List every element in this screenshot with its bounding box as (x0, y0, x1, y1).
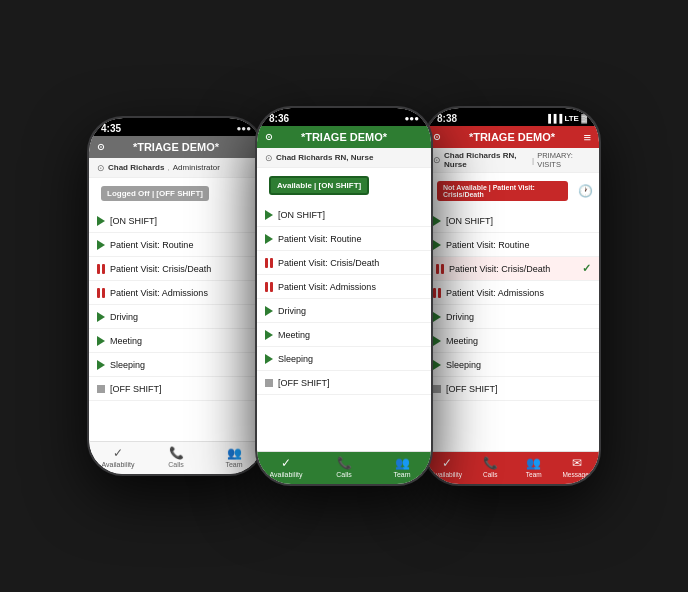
list-item[interactable]: Driving (257, 299, 431, 323)
check-icon: ✓ (281, 456, 291, 470)
list-item[interactable]: Sleeping (89, 353, 263, 377)
play-icon (97, 360, 105, 370)
play-icon (265, 330, 273, 340)
list-item-highlighted[interactable]: Patient Visit: Crisis/Death ✓ (425, 257, 599, 281)
play-icon (97, 336, 105, 346)
phone-icon: 📞 (483, 456, 498, 470)
list-item[interactable]: Patient Visit: Admissions (425, 281, 599, 305)
nav-calls-left[interactable]: 📞 Calls (147, 446, 205, 468)
status-badge-row-left: Logged Off | [OFF SHIFT] (89, 178, 263, 209)
check-icon: ✓ (113, 446, 123, 460)
play-icon (265, 306, 273, 316)
pause-icon (433, 288, 441, 298)
play-icon (433, 312, 441, 322)
off-shift-icon (97, 385, 105, 393)
app-header-left: ⊙ *TRIAGE DEMO* (89, 136, 263, 158)
play-icon (97, 240, 105, 250)
play-icon (433, 216, 441, 226)
phone-middle: 8:36 ●●● ⊙ *TRIAGE DEMO* ⊙ Chad Richards… (255, 106, 433, 486)
nav-messages-right[interactable]: ✉ Messages (556, 456, 600, 478)
list-item[interactable]: Sleeping (257, 347, 431, 371)
play-icon (433, 360, 441, 370)
status-bar-right: 8:38 ▐▐▐ LTE ▓ (425, 108, 599, 126)
user-icon-right: ⊙ (433, 155, 441, 165)
off-shift-icon (433, 385, 441, 393)
off-shift-icon (265, 379, 273, 387)
nav-availability-left[interactable]: ✓ Availability (89, 446, 147, 468)
pause-icon (265, 258, 273, 268)
status-badge-row-right: Not Available | Patient Visit: Crisis/De… (425, 173, 599, 209)
status-badge-row-middle: Available | [ON SHIFT] (257, 168, 431, 203)
nav-calls-right[interactable]: 📞 Calls (469, 456, 513, 478)
time-middle: 8:36 (269, 113, 289, 124)
list-item[interactable]: Patient Visit: Routine (425, 233, 599, 257)
list-item[interactable]: Patient Visit: Crisis/Death (89, 257, 263, 281)
list-item[interactable]: Meeting (425, 329, 599, 353)
menu-list-middle: [ON SHIFT] Patient Visit: Routine Patien… (257, 203, 431, 451)
phone-left: 4:35 ●●● ⊙ *TRIAGE DEMO* ⊙ Chad Richards… (87, 116, 265, 476)
phone-icon: 📞 (169, 446, 184, 460)
list-item[interactable]: Patient Visit: Routine (257, 227, 431, 251)
nav-calls-middle[interactable]: 📞 Calls (315, 456, 373, 478)
time-right: 8:38 (437, 113, 457, 124)
play-icon (265, 354, 273, 364)
user-icon-middle: ⊙ (265, 153, 273, 163)
play-icon (433, 336, 441, 346)
play-icon (265, 210, 273, 220)
list-item[interactable]: Patient Visit: Crisis/Death (257, 251, 431, 275)
menu-list-right: [ON SHIFT] Patient Visit: Routine Patien… (425, 209, 599, 451)
team-icon: 👥 (395, 456, 410, 470)
nav-team-middle[interactable]: 👥 Team (373, 456, 431, 478)
list-item[interactable]: [OFF SHIFT] (257, 371, 431, 395)
bottom-nav-middle: ✓ Availability 📞 Calls 👥 Team (257, 451, 431, 484)
play-icon (97, 312, 105, 322)
team-icon: 👥 (526, 456, 541, 470)
status-badge-middle: Available | [ON SHIFT] (269, 176, 369, 195)
play-icon (433, 240, 441, 250)
time-left: 4:35 (101, 123, 121, 134)
list-item[interactable]: [ON SHIFT] (257, 203, 431, 227)
status-bar-left: 4:35 ●●● (89, 118, 263, 136)
status-badge-left: Logged Off | [OFF SHIFT] (101, 186, 209, 201)
list-item[interactable]: Sleeping (425, 353, 599, 377)
list-item[interactable]: Driving (425, 305, 599, 329)
team-icon: 👥 (227, 446, 242, 460)
check-icon: ✓ (442, 456, 452, 470)
bottom-nav-right: ✓ Availability 📞 Calls 👥 Team ✉ Messages (425, 451, 599, 484)
wifi-icon-middle: ⊙ (265, 132, 273, 142)
status-bar-middle: 8:36 ●●● (257, 108, 431, 126)
nav-team-right[interactable]: 👥 Team (512, 456, 556, 478)
phones-container: 4:35 ●●● ⊙ *TRIAGE DEMO* ⊙ Chad Richards… (77, 106, 611, 486)
list-item[interactable]: Patient Visit: Admissions (89, 281, 263, 305)
list-item[interactable]: Meeting (89, 329, 263, 353)
menu-icon-right[interactable]: ≡ (583, 130, 591, 145)
list-item[interactable]: Meeting (257, 323, 431, 347)
user-bar-left: ⊙ Chad Richards , Administrator (89, 158, 263, 178)
signals-middle: ●●● (405, 114, 420, 123)
list-item[interactable]: [OFF SHIFT] (425, 377, 599, 401)
pause-icon (97, 264, 105, 274)
play-icon (97, 216, 105, 226)
signals-left: ●●● (237, 124, 252, 133)
list-item[interactable]: Patient Visit: Routine (89, 233, 263, 257)
wifi-icon-left: ⊙ (97, 142, 105, 152)
list-item[interactable]: [ON SHIFT] (89, 209, 263, 233)
checkmark-icon: ✓ (582, 262, 591, 275)
clock-icon: 🕐 (578, 184, 593, 198)
mail-icon: ✉ (572, 456, 582, 470)
nav-availability-middle[interactable]: ✓ Availability (257, 456, 315, 478)
list-item[interactable]: Driving (89, 305, 263, 329)
bottom-nav-left: ✓ Availability 📞 Calls 👥 Team (89, 441, 263, 474)
phone-right: 8:38 ▐▐▐ LTE ▓ ⊙ *TRIAGE DEMO* ≡ ⊙ Chad … (423, 106, 601, 486)
pause-icon (265, 282, 273, 292)
menu-list-left: [ON SHIFT] Patient Visit: Routine Patien… (89, 209, 263, 441)
status-badge-right: Not Available | Patient Visit: Crisis/De… (437, 181, 568, 201)
list-item[interactable]: [OFF SHIFT] (89, 377, 263, 401)
user-bar-right: ⊙ Chad Richards RN, Nurse | PRIMARY: VIS… (425, 148, 599, 173)
list-item[interactable]: [ON SHIFT] (425, 209, 599, 233)
phone-icon: 📞 (337, 456, 352, 470)
list-item[interactable]: Patient Visit: Admissions (257, 275, 431, 299)
app-header-right: ⊙ *TRIAGE DEMO* ≡ (425, 126, 599, 148)
signals-right: ▐▐▐ LTE ▓ (545, 114, 587, 123)
user-icon-left: ⊙ (97, 163, 105, 173)
